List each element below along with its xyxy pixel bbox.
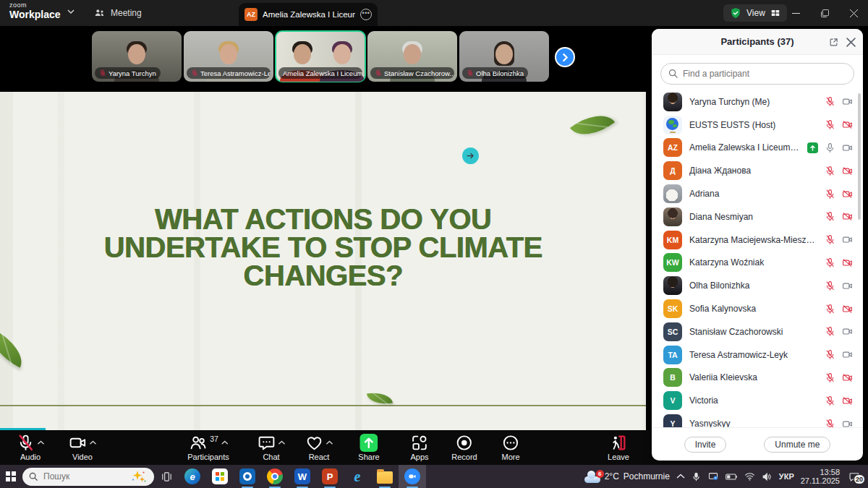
photo-avatar bbox=[663, 93, 682, 111]
chevron-up-icon[interactable] bbox=[221, 435, 228, 448]
start-button[interactable] bbox=[0, 465, 22, 488]
slide-title-line: WHAT ACTIONS DO YOU bbox=[0, 205, 646, 234]
tab-active-meeting[interactable]: AZ Amelia Zalewska I Liceum Ogólno ••• bbox=[239, 3, 378, 26]
toolbar-react-button[interactable]: React bbox=[305, 433, 333, 461]
participant-row[interactable]: YYasnyskyy bbox=[652, 412, 863, 427]
taskbar-app-ie[interactable]: e bbox=[344, 465, 371, 488]
tab-more-icon[interactable]: ••• bbox=[360, 9, 372, 20]
maximize-button[interactable] bbox=[810, 0, 839, 26]
participant-row[interactable]: EUSTS EUSTS (Host) bbox=[652, 114, 863, 137]
participant-name: Teresa Astramowicz-Leyk bbox=[689, 350, 817, 360]
toolbar-participants-button[interactable]: 37Participants bbox=[187, 433, 229, 461]
presentation-slide: WHAT ACTIONS DO YOU UNDERTAKE TO STOP CL… bbox=[0, 92, 646, 430]
video-tile[interactable]: Yaryna Turchyn bbox=[92, 31, 182, 82]
video-tile[interactable]: Olha Bilonizhka bbox=[459, 31, 549, 82]
chevron-up-icon[interactable] bbox=[278, 435, 285, 448]
toolbar-audio-button[interactable]: Audio bbox=[17, 433, 44, 461]
video-tile[interactable]: Amelia Zalewska I Liceum ... bbox=[276, 31, 365, 82]
participant-row[interactable]: Olha Bilonizhka bbox=[652, 274, 863, 297]
participant-row[interactable]: ДДіана Жданова bbox=[652, 159, 863, 182]
taskbar-app-outlook[interactable] bbox=[234, 465, 261, 488]
weather-cloud-icon: 6 bbox=[583, 474, 600, 483]
toolbar-record-button[interactable]: Record bbox=[451, 433, 477, 461]
toolbar-label: Chat bbox=[263, 453, 279, 461]
participant-row[interactable]: Adriana bbox=[652, 182, 863, 205]
taskbar-search[interactable] bbox=[22, 468, 154, 486]
participant-row[interactable]: Yaryna Turchyn (Me) bbox=[652, 90, 863, 114]
participant-count: 37 bbox=[210, 435, 218, 443]
participant-row[interactable]: SCStanisław Czachorowski bbox=[652, 320, 863, 343]
chevron-down-icon[interactable] bbox=[67, 9, 75, 14]
unmute-me-button[interactable]: Unmute me bbox=[764, 437, 830, 453]
chevron-up-icon[interactable] bbox=[90, 435, 96, 448]
tray-cast-icon[interactable] bbox=[707, 471, 719, 481]
tray-microphone-icon[interactable] bbox=[692, 471, 701, 482]
slide-title: WHAT ACTIONS DO YOU UNDERTAKE TO STOP CL… bbox=[0, 205, 646, 290]
language-indicator[interactable]: УКР bbox=[779, 472, 794, 481]
participant-row[interactable]: KMKatarzyna Maciejewska-Mieszkowska bbox=[652, 228, 863, 252]
camera-off-icon bbox=[842, 166, 853, 176]
participant-row[interactable]: BValeriia Kleievska bbox=[652, 367, 863, 390]
task-view-button[interactable] bbox=[154, 465, 179, 488]
avatar: Y bbox=[663, 414, 682, 427]
participant-name: Amelia Zalewska I Liceum Ogólnokszt... bbox=[689, 142, 800, 153]
find-participant-input[interactable] bbox=[660, 63, 854, 85]
participant-row[interactable]: KWKatarzyna Woźniak bbox=[652, 252, 863, 275]
scrollbar-thumb[interactable] bbox=[858, 93, 861, 220]
taskbar-app-zoom[interactable] bbox=[399, 465, 426, 488]
taskbar-app-word[interactable]: W bbox=[289, 465, 316, 488]
chat-icon bbox=[258, 434, 276, 452]
clock[interactable]: 13:58 27.11.2025 bbox=[801, 468, 840, 486]
tray-battery-icon[interactable] bbox=[726, 473, 738, 481]
security-shield-icon[interactable] bbox=[730, 7, 741, 19]
minimize-button[interactable] bbox=[781, 0, 810, 26]
search-icon bbox=[668, 68, 678, 79]
view-control[interactable]: View bbox=[723, 4, 787, 22]
participant-row[interactable]: SKSofia Kalynovska bbox=[652, 297, 863, 320]
tab-meeting[interactable]: Meeting bbox=[94, 0, 142, 26]
toolbar-label: Video bbox=[72, 453, 93, 461]
toolbar-more-button[interactable]: More bbox=[501, 433, 519, 461]
avatar: Д bbox=[663, 161, 682, 180]
taskbar-app-store[interactable] bbox=[206, 465, 234, 488]
participant-row[interactable]: TATeresa Astramowicz-Leyk bbox=[652, 343, 863, 367]
toolbar-leave-button[interactable]: Leave bbox=[608, 433, 629, 461]
video-tile-name: Olha Bilonizhka bbox=[462, 67, 528, 79]
taskbar-app-edge[interactable]: e bbox=[179, 465, 206, 488]
chevron-up-icon[interactable] bbox=[326, 435, 333, 448]
taskbar-app-explorer[interactable] bbox=[371, 465, 399, 488]
tab-active-title: Amelia Zalewska I Liceum Ogólno bbox=[263, 10, 355, 19]
toolbar-label: Share bbox=[358, 453, 379, 461]
video-tile[interactable]: Stanisław Czachorow... bbox=[367, 31, 457, 82]
video-tile[interactable]: Teresa Astramowicz-Le... bbox=[184, 31, 273, 82]
more-icon bbox=[502, 434, 520, 452]
participant-row[interactable]: AZAmelia Zalewska I Liceum Ogólnokszt... bbox=[652, 137, 863, 160]
taskbar-app-chrome[interactable] bbox=[261, 465, 289, 488]
next-videos-button[interactable] bbox=[555, 47, 575, 67]
tray-wifi-icon[interactable] bbox=[744, 472, 755, 481]
weather-widget[interactable]: 6 2°C Pochmurnie bbox=[580, 471, 670, 483]
toolbar-share-button[interactable]: Share bbox=[358, 433, 379, 461]
tray-volume-icon[interactable] bbox=[762, 472, 773, 481]
participant-name: Yasnyskyy bbox=[689, 419, 817, 427]
toolbar-apps-button[interactable]: Apps bbox=[410, 433, 428, 461]
mic-muted-icon bbox=[825, 304, 835, 314]
participant-name: Diana Nesmiyan bbox=[689, 212, 817, 222]
popout-icon[interactable] bbox=[828, 37, 839, 48]
tray-chevron-up-icon[interactable] bbox=[676, 474, 685, 479]
taskbar-app-powerpoint[interactable]: P bbox=[316, 465, 344, 488]
chevron-up-icon[interactable] bbox=[38, 435, 44, 448]
invite-button[interactable]: Invite bbox=[684, 437, 727, 453]
search-icon bbox=[28, 471, 38, 481]
toolbar-video-button[interactable]: Video bbox=[69, 433, 96, 461]
close-panel-icon[interactable] bbox=[846, 38, 856, 47]
notification-center-button[interactable]: 20 bbox=[846, 471, 862, 482]
close-button[interactable] bbox=[839, 0, 868, 26]
toolbar-chat-button[interactable]: Chat bbox=[258, 433, 285, 461]
mic-muted-icon bbox=[825, 281, 835, 291]
participant-row[interactable]: VVictoria bbox=[652, 389, 863, 412]
participant-row[interactable]: Diana Nesmiyan bbox=[652, 205, 863, 228]
taskbar-search-input[interactable] bbox=[43, 471, 116, 481]
video-tile-name: Teresa Astramowicz-Le... bbox=[187, 67, 271, 79]
toolbar-label: Audio bbox=[20, 453, 41, 461]
